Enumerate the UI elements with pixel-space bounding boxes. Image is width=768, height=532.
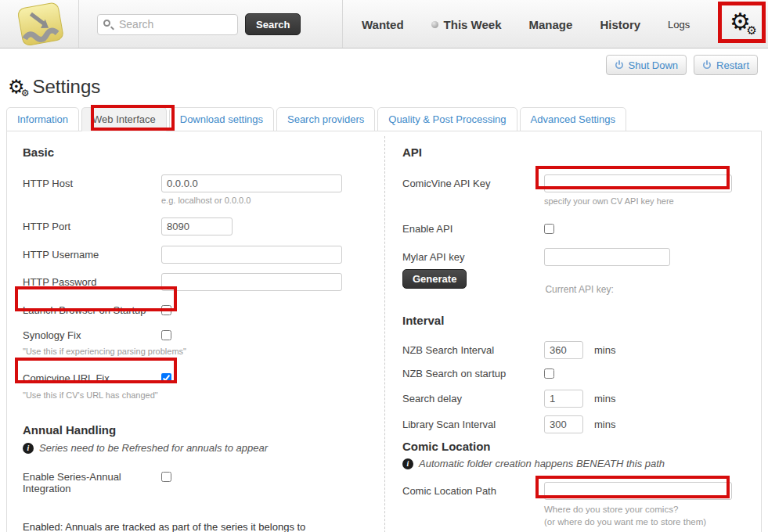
series-annual-row: Enable Series-Annual Integration <box>23 468 369 494</box>
launch-browser-checkbox[interactable] <box>161 305 171 315</box>
http-port-label: HTTP Port <box>23 217 161 232</box>
enable-api-row: Enable API <box>402 220 761 235</box>
right-column: API ComicVine API Key specify your own C… <box>396 131 761 532</box>
comicvine-api-key-hint: specify your own CV API key here <box>544 196 761 206</box>
header-search: Search <box>97 13 301 35</box>
http-username-label: HTTP Username <box>23 246 161 261</box>
nav-item-logs[interactable]: Logs <box>668 19 690 31</box>
nzb-interval-row: NZB Search Interval mins <box>402 341 761 359</box>
nzb-interval-input[interactable] <box>544 341 583 359</box>
api-heading: API <box>402 146 761 159</box>
current-api-key-label: Current API key: <box>545 284 613 295</box>
nzb-interval-unit: mins <box>594 341 615 356</box>
gear-icon: ⚙⚙ <box>8 77 25 96</box>
shutdown-button[interactable]: Shut Down <box>606 55 687 75</box>
left-column: Basic HTTP Host e.g. localhost or 0.0.0.… <box>7 131 384 532</box>
http-password-row: HTTP Password <box>23 273 369 291</box>
mylar-logo-icon[interactable] <box>9 1 70 52</box>
power-icon <box>702 60 712 70</box>
web-interface-panel: Basic HTTP Host e.g. localhost or 0.0.0.… <box>6 131 762 532</box>
tab-search-providers[interactable]: Search providers <box>276 107 375 131</box>
library-scan-unit: mins <box>594 415 615 430</box>
power-icon <box>615 60 624 70</box>
library-scan-input[interactable] <box>544 415 583 433</box>
enable-api-checkbox[interactable] <box>544 224 554 234</box>
nzb-startup-checkbox[interactable] <box>544 368 554 379</box>
mylar-api-key-row: Mylar API key <box>402 248 761 266</box>
server-actions: Shut Down Restart <box>606 55 759 75</box>
mylar-settings-page: Search Wanted This Week Manage History L… <box>0 0 768 532</box>
nav-item-manage[interactable]: Manage <box>529 18 573 31</box>
comic-location-info: i Automatic folder creation happens BENE… <box>402 458 761 469</box>
bullet-icon <box>431 21 438 28</box>
comic-location-path-input[interactable] <box>544 482 732 500</box>
info-icon: i <box>23 443 34 454</box>
main-nav: Wanted This Week Manage History Logs <box>342 0 768 49</box>
comicvine-url-fix-checkbox[interactable] <box>161 373 171 383</box>
comic-location-path-row: Comic Location Path <box>402 482 761 500</box>
nzb-startup-row: NZB Search on startup <box>402 365 761 379</box>
tab-advanced-settings[interactable]: Advanced Settings <box>520 107 626 131</box>
tab-download-settings[interactable]: Download settings <box>169 107 274 131</box>
synology-fix-hint: "Use this if experiencing parsing proble… <box>23 347 369 356</box>
header-separator <box>78 0 79 48</box>
http-password-label: HTTP Password <box>23 273 161 288</box>
search-delay-row: Search delay mins <box>402 390 761 408</box>
settings-gear-icon[interactable]: ⚙⚙ <box>730 10 751 34</box>
page-title: ⚙⚙ Settings <box>8 76 100 98</box>
enable-api-label: Enable API <box>402 220 544 235</box>
comicvine-api-key-input[interactable] <box>544 174 732 192</box>
nav-item-this-week[interactable]: This Week <box>431 18 502 31</box>
annual-handling-heading: Annual Handling <box>23 423 369 437</box>
search-delay-input[interactable] <box>544 390 583 408</box>
generate-row: Generate Current API key: <box>402 269 761 295</box>
comic-location-path-label: Comic Location Path <box>402 482 544 497</box>
mylar-api-key-input[interactable] <box>544 248 670 266</box>
generate-button[interactable]: Generate <box>402 269 467 289</box>
comicvine-url-fix-label: Comicvine URL Fix <box>23 369 161 384</box>
http-port-input[interactable] <box>161 217 233 235</box>
nav-item-history[interactable]: History <box>600 18 640 31</box>
synology-fix-label: Synology Fix <box>23 326 161 341</box>
launch-browser-label: Launch Browser on Startup <box>23 301 161 316</box>
restart-button[interactable]: Restart <box>694 55 758 75</box>
launch-browser-row: Launch Browser on Startup <box>23 301 369 316</box>
annual-handling-info: i Series need to be Refreshed for annual… <box>23 442 369 454</box>
column-divider <box>384 136 385 532</box>
comicvine-url-fix-hint: "Use this if CV's URL has changed" <box>23 390 369 400</box>
comic-location-heading: Comic Location <box>402 440 761 453</box>
http-username-row: HTTP Username <box>23 246 369 264</box>
search-button[interactable]: Search <box>245 13 301 35</box>
library-scan-row: Library Scan Interval mins <box>402 415 761 433</box>
library-scan-label: Library Scan Interval <box>402 415 544 430</box>
comicvine-api-key-row: ComicVine API Key <box>402 174 761 192</box>
synology-fix-checkbox[interactable] <box>161 330 171 340</box>
http-username-input[interactable] <box>161 246 342 264</box>
info-icon: i <box>402 458 413 469</box>
search-input[interactable] <box>97 14 238 35</box>
settings-tabs: Information Web Interface Download setti… <box>6 107 626 131</box>
annual-footnote: Enabled: Annuals are tracked as part of … <box>23 521 369 532</box>
top-navbar: Search Wanted This Week Manage History L… <box>0 0 768 49</box>
tab-quality-post-processing[interactable]: Quality & Post Processing <box>377 107 517 131</box>
http-port-row: HTTP Port <box>23 217 369 235</box>
tab-web-interface[interactable]: Web Interface <box>81 107 167 131</box>
nzb-interval-label: NZB Search Interval <box>402 341 544 356</box>
series-annual-checkbox[interactable] <box>161 472 171 482</box>
basic-heading: Basic <box>23 146 369 159</box>
http-host-row: HTTP Host <box>23 174 369 192</box>
search-delay-label: Search delay <box>402 390 544 404</box>
comic-location-hints: Where do you store your comics? (or wher… <box>544 504 761 532</box>
search-icon <box>103 20 110 27</box>
http-host-input[interactable] <box>161 174 342 192</box>
nav-item-wanted[interactable]: Wanted <box>362 18 404 31</box>
http-password-input[interactable] <box>161 273 342 291</box>
series-annual-label: Enable Series-Annual Integration <box>23 468 148 494</box>
search-delay-unit: mins <box>594 390 615 404</box>
interval-heading: Interval <box>402 314 761 327</box>
mylar-api-key-label: Mylar API key <box>402 248 544 263</box>
nzb-startup-label: NZB Search on startup <box>402 365 544 379</box>
http-host-hint: e.g. localhost or 0.0.0.0 <box>161 196 369 205</box>
synology-fix-row: Synology Fix <box>23 326 369 341</box>
tab-information[interactable]: Information <box>6 107 79 131</box>
